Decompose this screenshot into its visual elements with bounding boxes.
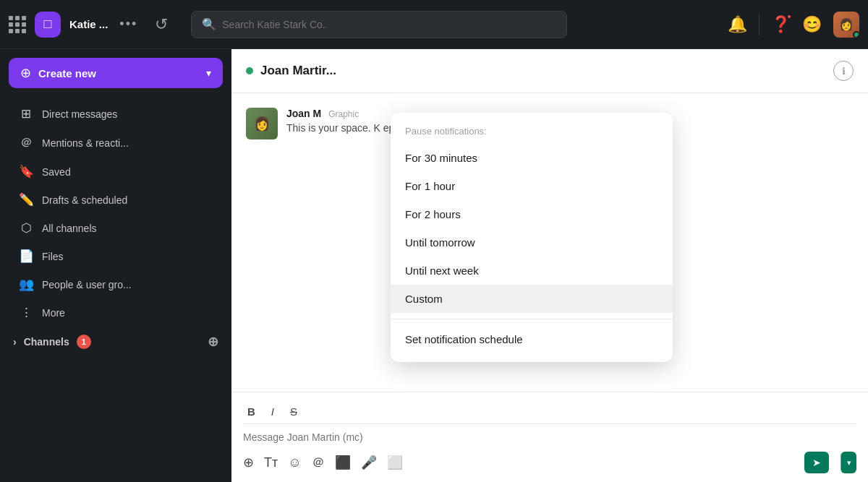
channels-chevron-icon: ›: [13, 336, 17, 348]
send-options-button[interactable]: ▾: [841, 452, 856, 473]
sidebar-item-label: All channels: [42, 223, 97, 234]
sidebar-item-all-channels[interactable]: ⬡ All channels: [6, 215, 226, 241]
people-icon: 👥: [19, 277, 33, 292]
italic-button[interactable]: I: [267, 404, 278, 419]
pause-notifications-dropdown: Pause notifications: For 30 minutes For …: [391, 113, 673, 362]
text-format-icon[interactable]: Tт: [264, 455, 278, 470]
sidebar-item-label: People & user gro...: [42, 279, 132, 291]
help-button[interactable]: ❓: [771, 15, 791, 34]
chat-header: Joan Martir... ℹ: [231, 49, 868, 93]
compose-area: B I S ⊕ Tт ☺ ＠ ⬛ 🎤 ⬜ ➤ ▾: [231, 392, 868, 482]
search-bar[interactable]: 🔍: [191, 11, 567, 38]
message-avatar: 👩: [246, 108, 278, 139]
edit-icon[interactable]: ⬜: [387, 455, 403, 470]
workspace-menu-button[interactable]: •••: [114, 14, 143, 35]
chevron-down-icon: ▾: [206, 67, 211, 79]
avatar-status-dot: [853, 31, 859, 38]
chat-area: Joan Martir... ℹ 👩 Joan M Graphic This i…: [231, 49, 868, 482]
sidebar: ⊕ Create new ▾ ⊞ Direct messages ＠ Menti…: [0, 49, 231, 482]
avatar[interactable]: 👩: [833, 12, 859, 38]
apps-grid-icon[interactable]: [9, 16, 26, 33]
send-button[interactable]: ➤: [804, 452, 829, 473]
saved-icon: 🔖: [19, 164, 33, 179]
sidebar-item-mentions[interactable]: ＠ Mentions & reacti...: [6, 129, 226, 157]
video-icon[interactable]: ⬛: [335, 455, 351, 470]
compose-toolbar: B I S: [243, 400, 856, 424]
search-icon: 🔍: [202, 17, 216, 31]
drafts-icon: ✏️: [19, 192, 33, 207]
files-icon: 📄: [19, 249, 33, 264]
chat-info-button[interactable]: ℹ: [833, 61, 854, 81]
add-channel-icon[interactable]: ⊕: [208, 334, 218, 350]
sidebar-item-people[interactable]: 👥 People & user gro...: [6, 271, 226, 298]
workspace-icon[interactable]: □: [35, 12, 61, 38]
workspace-name[interactable]: Katie ...: [69, 18, 108, 30]
main-layout: ⊕ Create new ▾ ⊞ Direct messages ＠ Menti…: [0, 49, 868, 482]
notifications-button[interactable]: 🔔: [728, 15, 747, 34]
sidebar-item-label: Files: [42, 251, 64, 262]
bold-button[interactable]: B: [243, 404, 260, 419]
topbar-right: 🔔 ❓ 😊 👩: [728, 12, 859, 38]
sidebar-item-saved[interactable]: 🔖 Saved: [6, 158, 226, 185]
strikethrough-button[interactable]: S: [286, 404, 302, 419]
sidebar-item-label: Drafts & scheduled: [42, 194, 127, 206]
help-notification-dot: [786, 14, 792, 20]
channels-badge: 1: [77, 335, 91, 349]
contact-status-dot: [246, 67, 253, 74]
sidebar-item-label: Direct messages: [42, 108, 117, 120]
sidebar-item-more[interactable]: ⋮ More: [6, 299, 226, 326]
search-input[interactable]: [222, 19, 556, 30]
sidebar-item-label: Saved: [42, 166, 71, 178]
emoji-picker-icon[interactable]: ☺: [288, 455, 301, 470]
dropdown-item-30-min[interactable]: For 30 minutes: [391, 144, 673, 172]
topbar: □ Katie ... ••• ↺ 🔍 🔔 ❓ 😊 👩: [0, 0, 868, 49]
audio-icon[interactable]: 🎤: [361, 455, 377, 470]
mention-icon[interactable]: ＠: [312, 454, 325, 471]
sidebar-item-drafts[interactable]: ✏️ Drafts & scheduled: [6, 186, 226, 213]
plus-icon: ⊕: [20, 65, 31, 81]
dropdown-divider: [391, 319, 673, 319]
sidebar-item-label: Mentions & reacti...: [42, 137, 129, 149]
dropdown-item-1-hour[interactable]: For 1 hour: [391, 172, 673, 200]
emoji-button[interactable]: 😊: [802, 15, 822, 34]
message-author-role: Graphic: [328, 109, 359, 119]
channels-label: Channels: [24, 336, 69, 348]
create-new-label: Create new: [38, 67, 96, 79]
contact-name: Joan Martir...: [260, 64, 336, 78]
all-channels-icon: ⬡: [19, 220, 33, 236]
more-icon: ⋮: [19, 305, 33, 320]
mentions-icon: ＠: [19, 134, 33, 151]
direct-messages-icon: ⊞: [19, 106, 33, 121]
sidebar-item-label: More: [42, 307, 65, 319]
compose-input[interactable]: [243, 429, 856, 446]
dropdown-item-custom[interactable]: Custom: [391, 285, 673, 313]
divider: [759, 14, 760, 35]
dropdown-item-tomorrow[interactable]: Until tomorrow: [391, 228, 673, 257]
add-attachment-icon[interactable]: ⊕: [243, 455, 254, 470]
dropdown-title: Pause notifications:: [391, 121, 673, 144]
sidebar-item-files[interactable]: 📄 Files: [6, 243, 226, 270]
dropdown-item-2-hours[interactable]: For 2 hours: [391, 200, 673, 228]
dropdown-item-next-week[interactable]: Until next week: [391, 257, 673, 285]
channels-section[interactable]: › Channels 1 ⊕: [0, 327, 231, 357]
history-button[interactable]: ↺: [149, 12, 174, 37]
create-new-button[interactable]: ⊕ Create new ▾: [9, 58, 223, 88]
compose-actions: ⊕ Tт ☺ ＠ ⬛ 🎤 ⬜ ➤ ▾: [243, 446, 856, 475]
set-notification-schedule-button[interactable]: Set notification schedule: [391, 325, 673, 353]
sidebar-item-direct-messages[interactable]: ⊞ Direct messages: [6, 100, 226, 127]
